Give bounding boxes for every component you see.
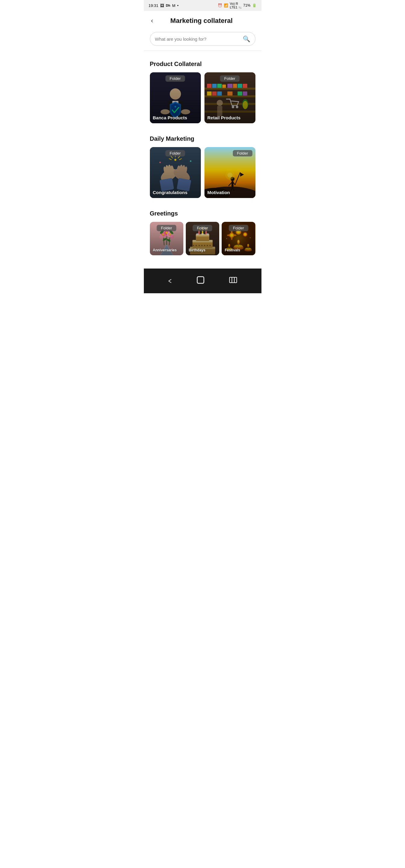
section-title-daily-marketing: Daily Marketing bbox=[150, 135, 255, 142]
card-congratulations[interactable]: Folder Congratulations bbox=[150, 147, 201, 198]
nav-back-button[interactable]: < bbox=[167, 274, 173, 288]
page-title: Marketing collateral bbox=[158, 17, 245, 25]
back-button[interactable]: ‹ bbox=[150, 16, 154, 26]
battery-level: 71% bbox=[243, 3, 250, 7]
search-icon[interactable]: 🔍 bbox=[243, 35, 250, 42]
recent-apps-icon bbox=[229, 276, 237, 284]
card-label-motivation: Motivation bbox=[207, 190, 230, 195]
card-label-birthdays: Birthdays bbox=[189, 248, 205, 252]
grid-greetings: Folder Anniversaries bbox=[150, 222, 255, 255]
folder-badge-festivals: Folder bbox=[229, 225, 248, 231]
card-banca-products[interactable]: Folder Banca Products bbox=[150, 72, 201, 123]
svg-rect-145 bbox=[232, 277, 234, 283]
card-label-retail: Retail Products bbox=[207, 115, 241, 120]
nav-recent-button[interactable] bbox=[227, 273, 240, 288]
search-container: 🔍 bbox=[144, 30, 261, 51]
card-anniversaries[interactable]: Folder Anniversaries bbox=[150, 222, 183, 255]
card-label-anniversaries: Anniversaries bbox=[153, 248, 177, 252]
status-right: ⏰ 📶 Vo) RLTE1 ↑↓ 71% 🔋 bbox=[218, 2, 257, 9]
gallery-icon: 🖼 bbox=[160, 3, 164, 8]
section-title-greetings: Greetings bbox=[150, 210, 255, 217]
folder-badge-retail: Folder bbox=[220, 75, 240, 82]
card-motivation[interactable]: Folder Motivation bbox=[204, 147, 255, 198]
folder-badge-anniversaries: Folder bbox=[157, 225, 176, 231]
card-retail-products[interactable]: Folder Retail Products bbox=[204, 72, 255, 123]
section-greetings: Greetings bbox=[144, 205, 261, 262]
folder-badge-motivation: Folder bbox=[233, 150, 253, 156]
dh-icon: Dh bbox=[166, 4, 170, 7]
nav-home-button[interactable] bbox=[194, 273, 207, 288]
svg-rect-143 bbox=[197, 277, 204, 283]
status-bar: 19:31 🖼 Dh M • ⏰ 📶 Vo) RLTE1 ↑↓ 71% 🔋 bbox=[144, 0, 261, 11]
folder-badge-birthdays: Folder bbox=[193, 225, 212, 231]
folder-badge-congratulations: Folder bbox=[166, 150, 185, 156]
section-title-product-collateral: Product Collateral bbox=[150, 61, 255, 67]
section-daily-marketing: Daily Marketing bbox=[144, 130, 261, 205]
card-label-congratulations: Congratulations bbox=[153, 190, 187, 195]
status-time: 19:31 bbox=[149, 3, 158, 8]
grid-daily-marketing: Folder Congratulations bbox=[150, 147, 255, 198]
folder-badge-banca: Folder bbox=[166, 75, 185, 82]
card-birthdays[interactable]: ★ ★ ★ ★ ★ ★ ★ Folder Birthdays bbox=[186, 222, 219, 255]
section-product-collateral: Product Collateral bbox=[144, 56, 261, 130]
card-label-banca: Banca Products bbox=[153, 115, 187, 120]
battery-icon: 🔋 bbox=[252, 3, 257, 7]
divider bbox=[144, 51, 261, 51]
gmail-icon: M bbox=[172, 3, 175, 8]
wifi-icon: 📶 bbox=[224, 3, 228, 7]
signal-icon: Vo) RLTE1 ↑↓ bbox=[230, 2, 242, 9]
header: ‹ Marketing collateral bbox=[144, 11, 261, 30]
grid-product-collateral: Folder Banca Products bbox=[150, 72, 255, 123]
svg-rect-144 bbox=[230, 277, 232, 283]
home-icon bbox=[196, 276, 205, 284]
card-label-festivals: Festivals bbox=[225, 248, 240, 252]
card-festivals[interactable]: Folder Festivals bbox=[222, 222, 255, 255]
search-box: 🔍 bbox=[150, 32, 255, 46]
svg-rect-146 bbox=[234, 277, 237, 283]
alarm-icon: ⏰ bbox=[218, 3, 222, 7]
search-input[interactable] bbox=[155, 36, 243, 41]
notification-dot: • bbox=[177, 3, 179, 8]
bottom-navigation: < bbox=[144, 269, 261, 293]
status-left: 19:31 🖼 Dh M • bbox=[149, 3, 179, 8]
